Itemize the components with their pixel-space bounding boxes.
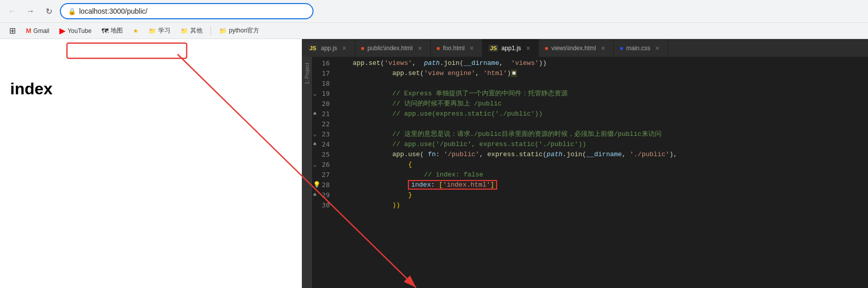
bookmark-study[interactable]: 📁 学习 [145,25,175,36]
bulb-icon-28: 💡 [313,181,321,188]
tab-app-js[interactable]: JS app.js × [302,39,355,57]
apps-icon: ⊞ [9,26,16,35]
editor-tabs: JS app.js × ■ public\index.html × ■ foo.… [302,39,868,57]
back-button[interactable]: ← [5,4,19,18]
line-26: ⌄26 [312,159,335,169]
bookmark-other-label: 其他 [190,26,202,35]
tab-close-public-index[interactable]: × [416,44,424,52]
line-22: 22 [312,119,335,129]
star-icon: ★ [133,27,138,34]
editor-code: app.set( 'views', path.join(__dirname, '… [335,57,868,288]
fold-icon-29: ♠ [313,191,317,198]
tab-main-css-label: main.css [626,45,650,52]
tab-main-css[interactable]: ■ main.css × [614,39,668,57]
lock-icon: 🔒 [68,8,76,15]
code-line-27: // index: false [335,169,868,179]
code-line-30: )) [335,200,868,210]
code-line-16: app.set( 'views', path.join(__dirname, '… [335,58,868,68]
line-17: 17 [312,68,335,78]
browser-chrome: ← → ↻ 🔒 ⊞ M Gmail ▶ YouTube 🗺 地图 ★ 📁 学习 [0,0,868,39]
line-18: 18 [312,78,335,88]
tab-close-app1-js[interactable]: × [524,44,532,52]
line-24: ♠24 [312,139,335,149]
tab-close-app-js[interactable]: × [340,44,349,52]
code-line-20: // 访问的时候不要再加上 /public [335,98,868,109]
bookmark-maps[interactable]: 🗺 地图 [97,25,127,36]
bookmark-maps-label: 地图 [111,26,123,35]
svg-rect-2 [67,43,187,58]
separator [211,26,211,35]
forward-button[interactable]: → [23,4,38,18]
line-25: 25 [312,149,335,159]
line-19: ⌄19 [312,88,335,98]
fold-icon-23: ⌄ [313,130,317,137]
nav-bar: ← → ↻ 🔒 [0,0,868,22]
line-23: ⌄23 [312,129,335,139]
code-line-29: } [335,190,868,200]
code-line-24: // app.use('/public', express.static('./… [335,139,868,149]
bookmarks-bar: ⊞ M Gmail ▶ YouTube 🗺 地图 ★ 📁 学习 📁 其他 📁 p… [0,22,868,39]
folder-python-icon: 📁 [219,27,227,34]
html-icon-2: ■ [437,45,440,51]
folder-other-icon: 📁 [181,27,188,34]
tab-app1-js-label: app1.js [501,45,521,52]
editor: JS app.js × ■ public\index.html × ■ foo.… [302,39,868,288]
code-line-18 [335,78,868,88]
fold-icon-26: ⌄ [313,161,317,168]
tab-app1-js[interactable]: JS app1.js × [482,39,539,57]
address-input[interactable] [79,7,305,15]
bookmark-python[interactable]: 📁 python官方 [215,25,263,36]
tab-close-main-css[interactable]: × [653,44,662,52]
editor-gutter: 16 17 18 ⌄19 20 ♠21 22 ⌄23 ♠24 25 [312,57,335,288]
bookmark-study-label: 学习 [158,26,170,35]
code-line-23: // 这里的意思是说：请求./public目录里面的资源的时候，必须加上前缀/p… [335,129,868,139]
page-title: index [10,80,292,98]
bookmark-gmail-label: Gmail [33,27,49,34]
html-icon-1: ■ [361,45,365,51]
line-20: 20 [312,98,335,109]
maps-icon: 🗺 [101,27,109,35]
bookmark-apps[interactable]: ⊞ [5,25,20,37]
tab-views-index-label: views\index.html [551,45,596,52]
tab-close-views-index[interactable]: × [599,44,607,52]
gmail-icon: M [26,27,31,34]
bookmark-python-label: python官方 [229,26,259,35]
html-icon-3: ■ [545,45,548,51]
code-line-22 [335,119,868,129]
editor-sidebar: 1: Project [302,57,312,288]
tab-close-foo-html[interactable]: × [468,44,476,52]
fold-icon-24: ♠ [313,140,317,148]
bookmark-youtube[interactable]: ▶ YouTube [55,25,95,37]
main-area: index JS app.js × ■ pub [0,39,868,288]
bookmark-youtube-label: YouTube [67,27,91,34]
line-29: ♠29 [312,190,335,200]
tab-foo-html-label: foo.html [443,45,465,52]
line-21: ♠21 [312,109,335,119]
tab-public-index[interactable]: ■ public\index.html × [355,39,431,57]
project-label: 1: Project [304,63,310,84]
address-highlight-box [66,42,188,59]
bookmark-star[interactable]: ★ [129,26,143,35]
bookmark-gmail[interactable]: M Gmail [22,26,53,35]
code-line-17: app.set('view engine', 'html')■ [335,68,868,78]
folder-study-icon: 📁 [149,27,156,34]
refresh-button[interactable]: ↻ [42,4,56,18]
line-27: 27 [312,169,335,179]
bookmark-other[interactable]: 📁 其他 [177,25,206,36]
js-icon-2: JS [489,45,498,52]
address-bar[interactable]: 🔒 [60,3,314,19]
fold-icon-21: ♠ [313,110,317,117]
browser-page: index [0,39,302,288]
tab-foo-html[interactable]: ■ foo.html × [431,39,482,57]
tab-views-index[interactable]: ■ views\index.html × [539,39,614,57]
code-line-21: // app.use(express.static('./public')) [335,109,868,119]
editor-body: 1: Project 16 17 18 ⌄19 20 ♠21 22 ⌄23 [302,57,868,288]
youtube-icon: ▶ [59,26,65,35]
fold-icon-19: ⌄ [313,90,317,97]
js-icon: JS [308,45,318,52]
code-line-25: app.use( fn: '/public', express.static(p… [335,149,868,159]
line-30: 30 [312,200,335,210]
tab-public-index-label: public\index.html [367,45,412,52]
line-28: 💡28 [312,179,335,190]
code-line-28: index: ['index.html'] [335,179,868,190]
